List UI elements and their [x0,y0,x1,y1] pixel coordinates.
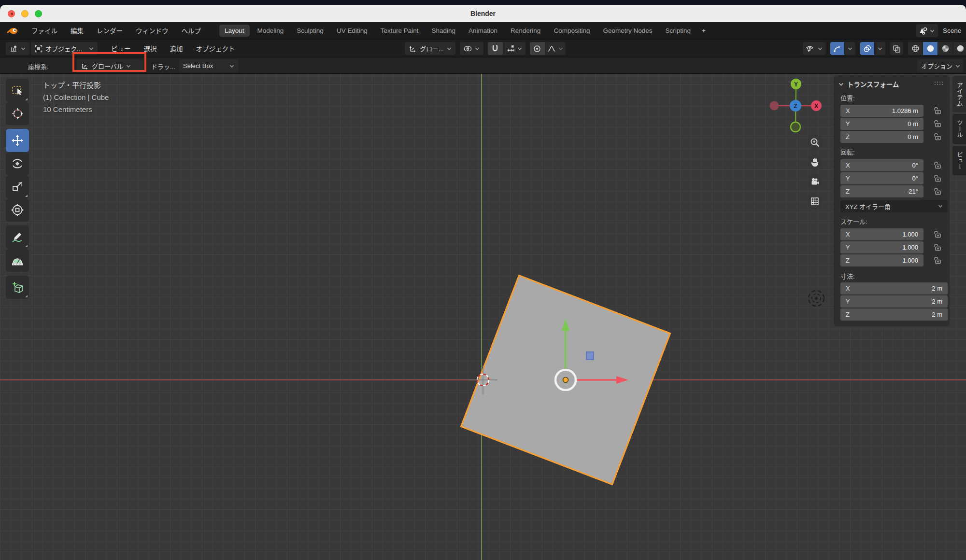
rotation-z-field[interactable]: Z-21° [840,185,923,197]
scene-browse-button[interactable] [916,24,938,37]
rotation-y-field[interactable]: Y0° [840,172,923,184]
workspace-tab-modeling[interactable]: Modeling [252,25,289,37]
transform-panel-header[interactable]: トランスフォーム [838,79,899,89]
menu-file[interactable]: ファイル [31,26,57,35]
move-gizmo[interactable] [512,314,638,391]
workspace-tab-shading[interactable]: Shading [426,25,461,37]
tool-transform[interactable] [6,198,29,222]
dimensions-z-field[interactable]: Z2 m [840,308,948,321]
chevron-down-icon [930,29,935,33]
shading-wireframe-button[interactable] [908,42,923,55]
tool-annotate[interactable] [6,225,29,249]
overlays-dropdown[interactable] [875,42,885,55]
workspace-tab-scripting[interactable]: Scripting [660,25,696,37]
nav-axis-negx[interactable] [770,101,779,111]
add-workspace-button[interactable]: + [698,25,709,37]
editor-type-button[interactable] [6,42,29,55]
zoom-view-button[interactable] [807,135,823,150]
rotation-x-field[interactable]: X0° [840,159,923,171]
workspace-tab-animation[interactable]: Animation [463,25,503,37]
unlock-icon[interactable] [933,230,942,238]
tool-move[interactable] [6,129,29,152]
unlock-icon[interactable] [933,119,942,128]
proportional-edit-group [530,42,566,55]
tool-measure[interactable] [6,249,29,272]
sidebar-tab-item[interactable]: アイテム [952,76,966,112]
menu-object[interactable]: オブジェクト [196,43,235,53]
gizmo-dropdown[interactable] [845,42,855,55]
unlock-icon[interactable] [933,174,942,182]
menu-render[interactable]: レンダー [97,26,123,35]
gizmo-y-arrowhead[interactable] [562,319,569,331]
tool-settings-bar: 座標系: グローバル ドラッ... Select Box オプション [0,57,966,74]
menu-add[interactable]: 追加 [170,43,183,53]
close-button[interactable] [8,10,15,17]
menu-help[interactable]: ヘルプ [182,26,201,35]
gizmo-plane-handle[interactable] [586,352,594,360]
unlock-icon[interactable] [933,161,942,169]
proportional-falloff-dropdown[interactable] [545,42,566,55]
proportional-edit-toggle[interactable] [530,42,545,55]
workspace-tab-compositing[interactable]: Compositing [548,25,595,37]
nav-axis-negy[interactable] [791,122,800,132]
select-mode-dropdown[interactable]: Select Box [179,59,239,72]
tool-select-box[interactable] [6,79,29,102]
workspace-tab-sculpting[interactable]: Sculpting [291,25,329,37]
scale-x-field[interactable]: X1.000 [840,228,923,240]
unlock-icon[interactable] [933,243,942,252]
rotation-mode-dropdown[interactable]: XYZ オイラー角 [840,200,948,212]
unlock-icon[interactable] [933,256,942,265]
location-x-field[interactable]: X1.0286 m [840,105,923,117]
workspace-tab-uv-editing[interactable]: UV Editing [331,25,373,37]
shading-rendered-button[interactable] [953,42,966,55]
unlock-icon[interactable] [933,187,942,196]
object-origin-dot [563,378,568,383]
options-label: オプション [921,61,952,70]
scale-y-field[interactable]: Y1.000 [840,241,923,253]
scene-name[interactable]: Scene [943,27,961,34]
navigation-gizmo[interactable]: Y X Z [766,75,824,134]
workspace-tab-layout[interactable]: Layout [219,25,250,37]
location-z-field[interactable]: Z0 m [840,131,923,143]
panel-grip-icon[interactable] [934,81,944,85]
menu-select[interactable]: 選択 [144,43,157,53]
menu-edit[interactable]: 編集 [71,26,84,35]
shading-material-button[interactable] [938,42,952,55]
unlock-icon[interactable] [933,106,942,115]
scale-z-field[interactable]: Z1.000 [840,254,923,266]
show-gizmo-toggle[interactable] [830,42,844,55]
workspace-tab-rendering[interactable]: Rendering [505,25,546,37]
tool-scale[interactable] [6,175,29,198]
ortho-grid-button[interactable] [807,194,823,209]
gizmo-x-arrowhead[interactable] [616,376,628,384]
tool-add-cube[interactable] [6,276,29,299]
workspace-tab-geometry-nodes[interactable]: Geometry Nodes [597,25,657,37]
orientation-label: グロー... [420,44,444,53]
sidebar-tab-tool[interactable]: ツール [952,114,966,144]
location-y-field[interactable]: Y0 m [840,118,923,130]
snap-target-dropdown[interactable] [503,42,526,55]
visibility-dropdown[interactable] [803,42,825,55]
minimize-button[interactable] [21,10,28,17]
pan-view-button[interactable] [807,154,823,170]
xray-toggle[interactable] [890,42,903,55]
menu-view[interactable]: ビュー [111,43,131,53]
tool-cursor[interactable] [6,102,29,125]
camera-view-button[interactable] [807,174,823,189]
transform-orientation-dropdown[interactable]: グロー... [405,42,455,55]
pivot-point-dropdown[interactable] [460,42,483,55]
show-overlays-toggle[interactable] [860,42,874,55]
menu-window[interactable]: ウィンドウ [136,26,169,35]
snap-toggle[interactable] [488,42,503,55]
workspace-tab-texture-paint[interactable]: Texture Paint [375,25,424,37]
shading-solid-button[interactable] [923,42,938,55]
tool-rotate[interactable] [6,152,29,175]
dimensions-x-field[interactable]: X2 m [840,282,948,294]
menubar: ファイル 編集 レンダー ウィンドウ ヘルプ Layout Modeling S… [0,22,966,39]
sidebar-tab-view[interactable]: ビュー [952,146,966,176]
zoom-button[interactable] [35,10,42,17]
viewport-display-controls [803,42,966,55]
dimensions-y-field[interactable]: Y2 m [840,295,948,308]
options-dropdown[interactable]: オプション [917,59,963,72]
unlock-icon[interactable] [933,132,942,141]
